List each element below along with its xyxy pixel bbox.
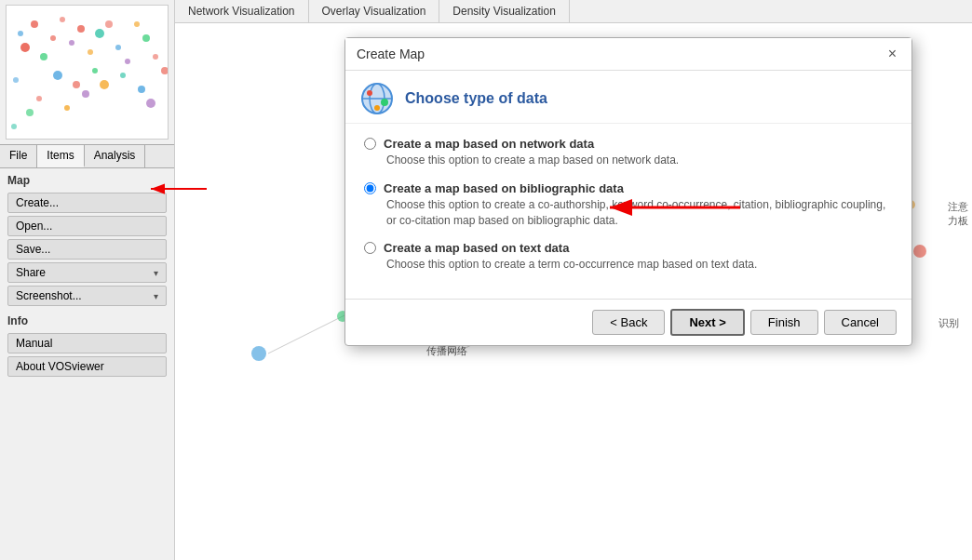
- dialog-footer: < Back Next > Finish Cancel: [345, 299, 911, 345]
- option-text-desc: Choose this option to create a term co-o…: [386, 257, 893, 273]
- option-network: Create a map based on network data Choos…: [364, 137, 893, 168]
- cancel-button[interactable]: Cancel: [824, 310, 897, 335]
- svg-point-48: [374, 105, 380, 111]
- dialog-close-button[interactable]: ×: [884, 46, 900, 62]
- dialog-titlebar: Create Map ×: [345, 38, 911, 71]
- option-text-label: Create a map based on text data: [384, 241, 569, 255]
- svg-point-46: [367, 90, 372, 96]
- back-button[interactable]: < Back: [592, 310, 665, 335]
- radio-network[interactable]: [364, 138, 376, 150]
- svg-point-47: [381, 99, 388, 106]
- bibliographic-arrow-annotation: [596, 184, 745, 231]
- dialog-header-title: Choose type of data: [405, 90, 547, 107]
- dialog-overlay: Create Map × Choose type of data: [0, 0, 972, 560]
- option-network-desc: Choose this option to create a map based…: [386, 153, 893, 168]
- dialog-title: Create Map: [357, 47, 425, 61]
- radio-bibliographic[interactable]: [364, 182, 376, 194]
- next-button[interactable]: Next >: [670, 309, 744, 336]
- option-bibliographic-label: Create a map based on bibliographic data: [384, 181, 624, 195]
- finish-button[interactable]: Finish: [750, 310, 818, 335]
- dialog-header-icon: [360, 82, 394, 115]
- option-text: Create a map based on text data Choose t…: [364, 241, 893, 273]
- option-network-label: Create a map based on network data: [384, 137, 594, 151]
- radio-text[interactable]: [364, 242, 376, 254]
- dialog-header: Choose type of data: [345, 71, 911, 124]
